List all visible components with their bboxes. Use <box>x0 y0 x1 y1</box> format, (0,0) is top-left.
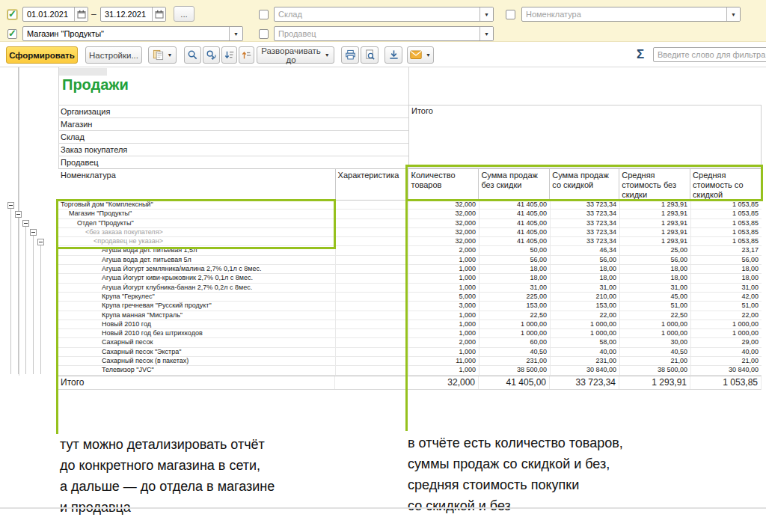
nomenclature-checkbox[interactable]: ✓ <box>506 10 515 19</box>
calendar-icon[interactable] <box>152 7 165 21</box>
chevron-down-icon[interactable]: ▼ <box>229 27 242 40</box>
row-characteristic <box>335 219 408 227</box>
row-label: Новый 2010 год без штрихкодов <box>58 329 335 337</box>
search-button[interactable] <box>184 46 201 64</box>
row-value: 32,000 <box>408 201 479 209</box>
row-value: 2,000 <box>408 338 479 346</box>
chevron-down-icon: ▼ <box>426 52 431 58</box>
chevron-down-icon[interactable]: ▼ <box>726 7 740 21</box>
tree-line <box>40 245 41 374</box>
expand-to-button[interactable]: Разворачивать до▼ <box>257 46 334 64</box>
row-value: 3,000 <box>408 302 479 310</box>
row-value: 29,00 <box>690 338 762 346</box>
row-value: 22,00 <box>550 311 619 319</box>
table-row[interactable]: Телевизор "JVC"1,00038 500,0030 840,0038… <box>58 366 762 375</box>
collapse-group-icon[interactable] <box>15 211 22 218</box>
check-icon: ✓ <box>8 8 16 19</box>
table-row[interactable]: Агуша Йогурт земляника/малина 2,7% 0,1л … <box>58 265 762 274</box>
row-value: 231,00 <box>550 357 619 365</box>
row-value: 31,00 <box>479 284 550 292</box>
tree-line <box>10 209 11 374</box>
sum-sigma-icon[interactable]: Σ <box>637 47 644 62</box>
row-value: 40,50 <box>619 348 690 356</box>
row-value: 32,000 <box>408 219 479 227</box>
row-value: 56,00 <box>550 256 619 264</box>
print-preview-button[interactable] <box>361 46 379 64</box>
table-row[interactable]: Крупа "Геркулес"5,000225,00210,0045,0042… <box>58 293 762 302</box>
warehouse-field[interactable]: Склад ▼ <box>274 7 494 22</box>
row-characteristic <box>335 284 408 292</box>
chevron-down-icon: ▼ <box>325 52 330 58</box>
generate-button[interactable]: Сформировать <box>6 46 78 64</box>
row-value: 1 053,85 <box>690 201 762 209</box>
settings-button[interactable]: Настройки... <box>85 46 142 64</box>
row-characteristic <box>335 357 408 365</box>
row-label: Сахарный песок <box>58 338 335 346</box>
table-total-row[interactable]: Итого 32,00041 405,0033 723,341 293,911 … <box>58 376 762 390</box>
tree-line <box>18 67 19 374</box>
row-value: 1,000 <box>408 256 479 264</box>
calendar-icon[interactable] <box>74 7 88 21</box>
report-variants-button[interactable]: ▼ <box>148 46 177 64</box>
print-button[interactable] <box>341 46 359 64</box>
collapse-group-icon[interactable] <box>30 229 37 236</box>
row-value: 56,00 <box>619 256 690 264</box>
row-value: 1 053,85 <box>690 210 762 218</box>
period-checkbox[interactable]: ✓ <box>7 10 17 19</box>
period-more-button[interactable]: ... <box>174 6 194 22</box>
row-label: Крупа гречневая "Русский продукт" <box>58 302 335 310</box>
row-value: 1,000 <box>408 274 479 282</box>
row-characteristic <box>335 246 408 254</box>
send-email-button[interactable]: ▼ <box>407 46 434 64</box>
expand-groups-button[interactable] <box>221 46 237 64</box>
store-combo[interactable]: Магазин "Продукты" ▼ <box>22 26 243 41</box>
annotation-box-groups <box>56 199 336 249</box>
row-value: 231,00 <box>479 357 550 365</box>
search-next-button[interactable] <box>203 46 220 64</box>
table-row[interactable]: Агуша Йогурт киви-крыжовник 2,7% 0,1л с … <box>58 274 762 283</box>
row-label: Сахарный песок "Экстра" <box>58 348 335 356</box>
chevron-down-icon[interactable]: ▼ <box>479 7 493 21</box>
row-value: 21,00 <box>619 357 690 365</box>
collapse-groups-button[interactable] <box>239 46 254 64</box>
row-value: 225,00 <box>479 293 550 301</box>
filter-panel: ✓ 01.01.2021 – 31.12.2021 ... ✓ Склад ▼ … <box>0 0 766 42</box>
period-to-field[interactable]: 31.12.2021 <box>100 7 166 22</box>
table-row[interactable]: Агуша вода дет. питьевая 5л1,00056,0056,… <box>58 256 762 265</box>
period-from-field[interactable]: 01.01.2021 <box>22 7 88 22</box>
seller-field[interactable]: Продавец ▼ <box>274 26 494 41</box>
row-label: Новый 2010 год <box>58 320 335 328</box>
expand-groups-icon <box>224 50 235 61</box>
report-attribute-row: Организация <box>58 106 408 118</box>
row-value: 1 053,85 <box>690 237 762 245</box>
row-label: Агуша Йогурт клубника-банан 2,7% 0,2л с … <box>58 284 335 292</box>
row-label: Телевизор "JVC" <box>58 366 335 374</box>
table-row[interactable]: Крупа манная "Мистраль"1,00022,5022,0022… <box>58 311 762 320</box>
table-row[interactable]: Сахарный песок "Экстра"1,00040,5040,0040… <box>58 348 762 357</box>
store-checkbox[interactable]: ✓ <box>7 29 17 39</box>
row-value: 1 293,91 <box>619 237 690 245</box>
row-value: 60,00 <box>479 338 550 346</box>
table-row[interactable]: Новый 2010 год1,0001 000,001 000,001 000… <box>58 320 762 329</box>
column-header: Номенклатура <box>58 169 335 200</box>
quick-filter-input[interactable] <box>653 47 766 62</box>
total-row-label: Итого <box>58 376 334 389</box>
nomenclature-field[interactable]: Номенклатура ▼ <box>521 7 741 22</box>
chevron-down-icon[interactable]: ▼ <box>479 27 493 40</box>
collapse-group-icon[interactable] <box>22 220 29 227</box>
row-value: 1,000 <box>408 320 479 328</box>
table-row[interactable]: Агуша Йогурт клубника-банан 2,7% 0,2л с … <box>58 284 762 293</box>
toolbar-divider <box>0 67 766 67</box>
collapse-group-icon[interactable] <box>37 239 44 245</box>
row-characteristic <box>335 228 408 236</box>
seller-checkbox[interactable]: ✓ <box>259 29 269 39</box>
warehouse-checkbox[interactable]: ✓ <box>259 10 269 19</box>
table-row[interactable]: Крупа гречневая "Русский продукт"3,00015… <box>58 302 762 311</box>
row-value: 1 000,00 <box>550 329 619 337</box>
table-row[interactable]: Новый 2010 год без штрихкодов1,0001 000,… <box>58 329 762 338</box>
collapse-group-icon[interactable] <box>7 202 14 209</box>
row-label: Крупа "Геркулес" <box>58 293 335 301</box>
table-row[interactable]: Сахарный песок2,00060,0058,0030,0029,00 <box>58 338 762 347</box>
save-export-button[interactable] <box>384 46 402 64</box>
table-row[interactable]: Сахарный песок (в пакетах)11,000231,0023… <box>58 357 762 366</box>
